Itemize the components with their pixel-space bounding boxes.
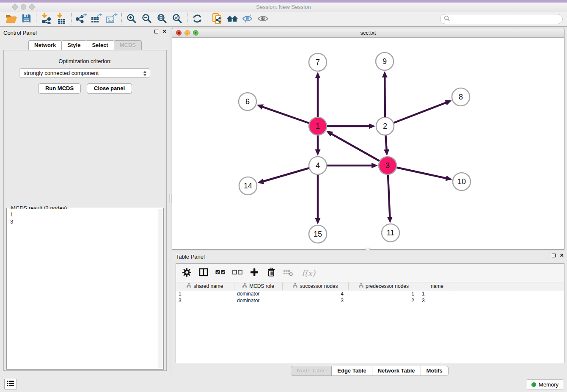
horizontal-splitter-grip[interactable]: [366, 248, 370, 250]
export-table-button[interactable]: [89, 13, 104, 25]
zoom-in-button[interactable]: [124, 13, 139, 25]
cell-name[interactable]: 3: [419, 297, 455, 304]
cell-successor-nodes[interactable]: 4: [283, 290, 349, 297]
tab-network-table[interactable]: Network Table: [372, 366, 421, 376]
table-panel: Table Panel × f(x) shared nameMCDS roles…: [172, 251, 567, 377]
tab-motifs[interactable]: Motifs: [421, 366, 449, 376]
cell-predecessor-nodes[interactable]: 2: [349, 297, 419, 304]
cell-successor-nodes[interactable]: 3: [283, 297, 349, 304]
optimization-criterion-label: Optimization criterion:: [4, 58, 166, 64]
split-columns-icon: [199, 268, 208, 278]
import-table-icon: [56, 13, 67, 25]
tab-node-table[interactable]: Node Table: [291, 366, 332, 376]
close-panel-button[interactable]: Close panel: [87, 83, 132, 94]
toolbar-separator: [121, 13, 122, 25]
graph-node-label-7: 7: [316, 58, 320, 66]
criterion-dropdown[interactable]: strongly connected component: [19, 68, 150, 78]
function-builder-button[interactable]: f(x): [299, 266, 318, 280]
control-panel-header: Control Panel ×: [0, 27, 170, 39]
hide-selected-icon: [242, 14, 253, 25]
save-session-icon: [22, 14, 31, 25]
tab-style[interactable]: Style: [61, 40, 86, 50]
table-row[interactable]: 3dominator323: [176, 297, 564, 304]
split-columns-button[interactable]: [197, 266, 210, 280]
float-panel-icon[interactable]: [154, 30, 158, 33]
tab-edge-table[interactable]: Edge Table: [331, 366, 372, 376]
open-session-button[interactable]: [3, 13, 19, 25]
delete-table-button[interactable]: [282, 266, 295, 280]
duplicate-network-icon: [212, 13, 223, 26]
memory-button[interactable]: Memory: [527, 379, 563, 389]
import-network-button[interactable]: [39, 13, 54, 25]
deselect-all-icon: [232, 270, 242, 276]
export-network-button[interactable]: [74, 13, 89, 25]
column-header-mcds-role[interactable]: MCDS role: [234, 282, 283, 290]
run-mcds-button[interactable]: Run MCDS: [38, 83, 81, 94]
zoom-fit-button[interactable]: [154, 13, 170, 25]
network-window-titlebar[interactable]: ✕ − + scc.txt: [172, 28, 564, 38]
task-history-button[interactable]: [4, 379, 17, 389]
status-bar: Memory: [0, 377, 567, 392]
export-network-icon: [75, 13, 87, 25]
mcds-result-text[interactable]: 1 3: [7, 209, 163, 369]
zoom-in-icon: [127, 14, 137, 25]
tree-sort-icon: [242, 283, 247, 289]
show-all-button[interactable]: [255, 13, 270, 25]
column-header-shared-name[interactable]: shared name: [176, 282, 234, 290]
cell-mcds-role[interactable]: dominator: [234, 297, 283, 304]
cell-shared-name[interactable]: 1: [176, 290, 234, 297]
first-neighbors-button[interactable]: [225, 13, 240, 25]
graph-node-label-10: 10: [457, 177, 466, 186]
graph-edge-3-1[interactable]: [330, 133, 388, 166]
close-table-panel-icon[interactable]: ×: [560, 253, 564, 257]
graph-edge-2-8[interactable]: [385, 102, 447, 126]
search-icon: [444, 15, 450, 23]
node-table: f(x) shared nameMCDS rolesuccessor nodes…: [176, 263, 564, 363]
zoom-out-button[interactable]: [139, 13, 154, 25]
show-all-icon: [257, 14, 269, 25]
cell-shared-name[interactable]: 3: [176, 297, 234, 304]
deselect-all-button[interactable]: [231, 266, 244, 280]
duplicate-network-button[interactable]: [209, 13, 225, 25]
criterion-dropdown-value: strongly connected component: [24, 70, 99, 76]
toolbar-separator: [71, 13, 72, 25]
control-panel: Control Panel × NetworkStyleSelectMCDS O…: [0, 27, 170, 377]
table-toolbar: f(x): [176, 264, 564, 282]
search-field[interactable]: [440, 14, 563, 24]
control-panel-tabs: NetworkStyleSelectMCDS: [0, 40, 170, 50]
tab-select[interactable]: Select: [86, 40, 114, 50]
graph-node-label-11: 11: [387, 229, 395, 237]
column-label: successor nodes: [300, 283, 338, 289]
tree-sort-icon: [187, 283, 191, 289]
delete-column-button[interactable]: [265, 266, 278, 280]
float-table-panel-icon[interactable]: [552, 254, 556, 257]
column-header-name[interactable]: name: [419, 282, 455, 290]
close-panel-icon[interactable]: ×: [162, 29, 166, 33]
network-canvas[interactable]: 7968124314101511: [172, 38, 564, 249]
control-panel-title: Control Panel: [3, 30, 37, 36]
hide-selected-button[interactable]: [240, 13, 255, 25]
zoom-selected-button[interactable]: [170, 13, 185, 25]
cell-name[interactable]: 1: [419, 290, 455, 297]
graph-node-label-2: 2: [383, 122, 387, 130]
search-input[interactable]: [450, 16, 562, 22]
column-header-predecessor-nodes[interactable]: predecessor nodes: [349, 282, 419, 290]
table-panel-header: Table Panel ×: [172, 251, 567, 262]
result-scrollbar[interactable]: [158, 209, 162, 368]
select-all-button[interactable]: [214, 266, 227, 280]
column-header-successor-nodes[interactable]: successor nodes: [283, 282, 349, 290]
main-toolbar: [0, 12, 567, 27]
tab-network[interactable]: Network: [28, 40, 62, 50]
network-view-window: ✕ − + scc.txt 7968124314101511: [172, 28, 564, 250]
add-column-button[interactable]: [248, 266, 261, 280]
column-label: shared name: [193, 283, 223, 289]
export-image-button[interactable]: [104, 13, 119, 25]
import-table-button[interactable]: [54, 13, 69, 25]
tab-mcds[interactable]: MCDS: [114, 40, 142, 50]
save-session-button[interactable]: [19, 13, 34, 25]
table-row[interactable]: 1dominator411: [176, 290, 564, 297]
gear-button[interactable]: [180, 266, 193, 280]
cell-mcds-role[interactable]: dominator: [234, 290, 283, 297]
refresh-button[interactable]: [190, 13, 205, 25]
cell-predecessor-nodes[interactable]: 1: [349, 290, 419, 297]
